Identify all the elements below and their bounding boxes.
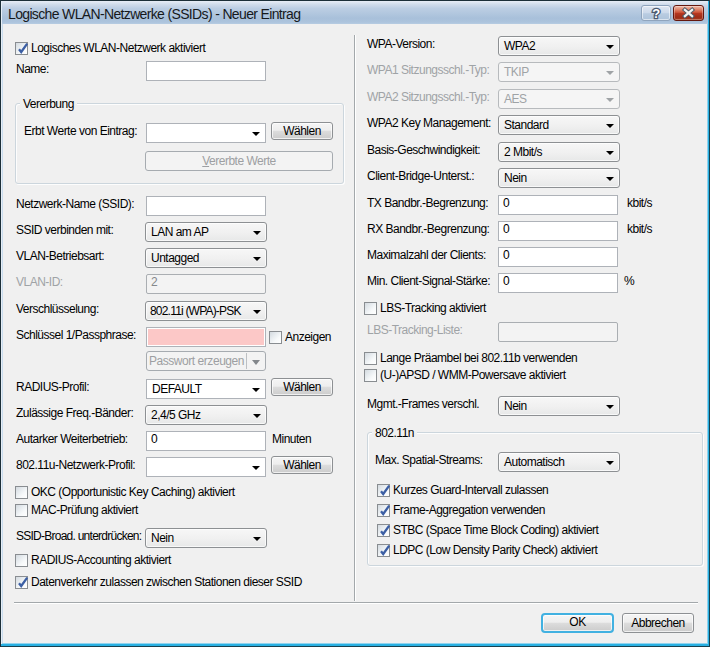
svg-text:?: ? (652, 6, 660, 20)
